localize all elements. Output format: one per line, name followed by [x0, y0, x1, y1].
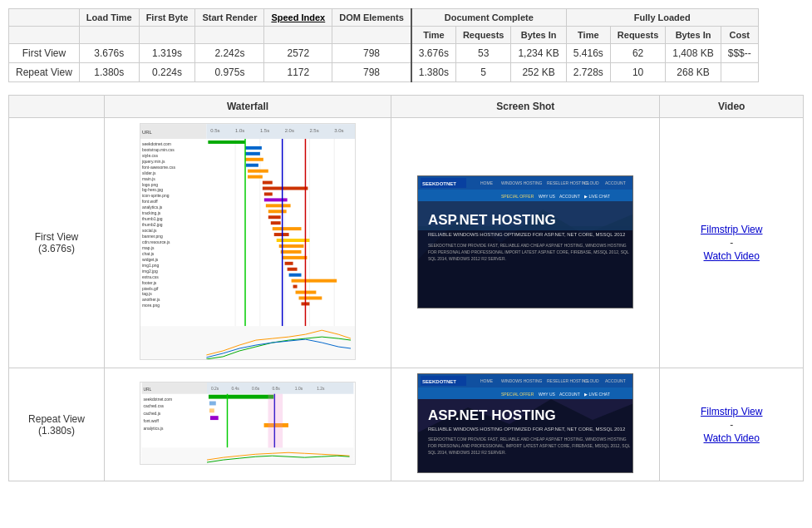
first-view-time: (3.676s)	[38, 243, 75, 254]
svg-text:icon-sprite.png: icon-sprite.png	[142, 194, 170, 198]
svg-text:▶ LIVE CHAT: ▶ LIVE CHAT	[584, 392, 610, 397]
svg-rect-70	[299, 296, 322, 299]
svg-rect-26	[248, 170, 268, 173]
fl-cost-subheader: Cost	[721, 27, 758, 44]
svg-rect-101	[207, 382, 353, 394]
svg-rect-48	[274, 233, 289, 236]
svg-text:0.6s: 0.6s	[252, 387, 260, 391]
fv-doc-time: 3.676s	[411, 44, 456, 63]
first-view-video-separator: -	[668, 237, 795, 249]
svg-rect-38	[266, 204, 291, 207]
dom-elements-header: DOM Elements	[332, 9, 411, 27]
svg-text:RESELLER HOSTING: RESELLER HOSTING	[547, 180, 588, 185]
fv-fl-requests: 62	[610, 44, 666, 63]
repeat-view-results-label: Repeat View (1.380s)	[9, 368, 105, 481]
svg-text:main.js: main.js	[142, 177, 155, 181]
svg-rect-123	[268, 394, 283, 448]
svg-text:extra.css: extra.css	[142, 275, 159, 279]
svg-text:cached.js: cached.js	[144, 412, 161, 416]
svg-rect-40	[268, 210, 287, 213]
svg-rect-64	[292, 279, 337, 283]
load-time-header: Load Time	[79, 9, 139, 27]
svg-rect-42	[268, 215, 281, 219]
svg-text:RELIABLE WINDOWS HOSTING OPTIM: RELIABLE WINDOWS HOSTING OPTIMIZED FOR A…	[428, 427, 626, 432]
svg-text:SEEKDOTNET: SEEKDOTNET	[422, 379, 456, 384]
rv-fl-requests: 10	[610, 63, 666, 82]
speed-index-link[interactable]: Speed Index	[271, 12, 325, 22]
svg-text:CLOUD: CLOUD	[584, 378, 599, 383]
svg-rect-24	[246, 164, 258, 167]
waterfall-svg-2: URL 0.2s 0.4s 0.6s 0.8s 1.0s 1.2s seekdo…	[140, 382, 355, 464]
first-view-screenshot: SEEKDOTNET HOME WINDOWS HOSTING RESELLER…	[417, 175, 633, 308]
repeat-view-watch-video-link[interactable]: Watch Video	[668, 432, 795, 444]
svg-text:2.5s: 2.5s	[310, 128, 319, 133]
first-view-filmstrip-link[interactable]: Filmstrip View	[668, 224, 795, 235]
svg-text:SQL 2014, WINDOWS 2012 R2 SERV: SQL 2014, WINDOWS 2012 R2 SERVER.	[428, 256, 506, 261]
svg-text:1.0s: 1.0s	[235, 128, 244, 133]
stats-table-wrapper: Load Time First Byte Start Render Speed …	[8, 8, 804, 82]
first-view-waterfall[interactable]: URL 0.5s 1.0s 1.5s 2.0s 2.5s 3.0s	[140, 123, 356, 360]
rv-load-time: 1.380s	[79, 63, 139, 82]
repeat-view-video-separator: -	[668, 419, 795, 431]
svg-text:font-awesome.css: font-awesome.css	[142, 165, 175, 170]
first-view-watch-video-link[interactable]: Watch Video	[668, 250, 795, 262]
svg-text:0.8s: 0.8s	[272, 387, 280, 391]
svg-text:WINDOWS HOSTING: WINDOWS HOSTING	[501, 378, 543, 383]
svg-text:analytics.js: analytics.js	[142, 205, 163, 210]
svg-text:img1.png: img1.png	[142, 264, 160, 268]
svg-rect-16	[208, 141, 245, 144]
first-view-waterfall-cell: URL 0.5s 1.0s 1.5s 2.0s 2.5s 3.0s	[105, 118, 391, 368]
screenshot-header: Screen Shot	[391, 96, 660, 118]
svg-text:1.2s: 1.2s	[317, 387, 325, 391]
rv-start-render: 0.975s	[195, 63, 264, 82]
svg-text:3.0s: 3.0s	[334, 128, 343, 133]
screenshot-svg-1: SEEKDOTNET HOME WINDOWS HOSTING RESELLER…	[418, 176, 633, 308]
svg-rect-18	[245, 146, 262, 150]
rv-dom-elements: 798	[332, 63, 411, 82]
svg-text:thumb2.jpg: thumb2.jpg	[142, 223, 163, 227]
svg-text:RESELLER HOSTING: RESELLER HOSTING	[547, 378, 588, 383]
empty-header	[9, 9, 80, 27]
svg-text:chat.js: chat.js	[142, 252, 155, 256]
svg-text:footer.js: footer.js	[142, 281, 157, 285]
svg-text:ACCOUNT: ACCOUNT	[559, 194, 580, 199]
svg-text:ASP.NET HOSTING: ASP.NET HOSTING	[428, 407, 556, 423]
fl-bytes-subheader: Bytes In	[666, 27, 721, 44]
repeat-view-row: Repeat View 1.380s 0.224s 0.975s 1172 79…	[9, 63, 759, 82]
doc-bytes-subheader: Bytes In	[511, 27, 566, 44]
svg-text:0.5s: 0.5s	[210, 128, 219, 133]
first-view-results-row: First View (3.676s) URL 0.5s	[9, 118, 804, 368]
rv-fl-time: 2.728s	[566, 63, 610, 82]
svg-text:cdn.resource.js: cdn.resource.js	[142, 240, 170, 244]
svg-rect-36	[264, 198, 288, 201]
svg-text:style.css: style.css	[142, 154, 159, 158]
svg-text:pixels.gif: pixels.gif	[142, 287, 159, 291]
fl-requests-subheader: Requests	[610, 27, 666, 44]
rv-doc-requests: 5	[455, 63, 511, 82]
rv-doc-time: 1.380s	[411, 63, 456, 82]
svg-text:jquery.min.js: jquery.min.js	[141, 160, 165, 164]
waterfall-header: Waterfall	[105, 96, 391, 118]
svg-rect-116	[210, 416, 219, 420]
svg-rect-66	[293, 285, 298, 289]
svg-text:seekdotnet.com: seekdotnet.com	[142, 142, 171, 146]
repeat-view-screenshot: SEEKDOTNET HOME WINDOWS HOSTING RESELLER…	[417, 373, 633, 473]
svg-text:ASP.NET HOSTING: ASP.NET HOSTING	[428, 212, 556, 228]
repeat-view-filmstrip-link[interactable]: Filmstrip View	[668, 406, 795, 417]
svg-text:2.0s: 2.0s	[285, 128, 294, 133]
repeat-view-waterfall[interactable]: URL 0.2s 0.4s 0.6s 0.8s 1.0s 1.2s seekdo…	[140, 382, 356, 465]
svg-text:1.0s: 1.0s	[295, 387, 303, 391]
rv-fl-bytes: 268 KB	[666, 63, 721, 82]
svg-rect-30	[263, 181, 273, 185]
svg-text:HOME: HOME	[480, 378, 494, 383]
svg-rect-100	[142, 382, 207, 394]
svg-text:SPECIAL OFFER: SPECIAL OFFER	[501, 392, 534, 397]
results-empty-header	[9, 96, 105, 118]
rv-first-byte: 0.224s	[139, 63, 195, 82]
svg-text:WHY US: WHY US	[539, 392, 556, 397]
svg-rect-122	[142, 447, 354, 464]
fv-speed-index: 2572	[264, 44, 332, 63]
svg-text:tracking.js: tracking.js	[142, 211, 161, 215]
fl-time-subheader: Time	[566, 27, 610, 44]
svg-text:SEEKDOTNET.COM PROVIDE FAST, R: SEEKDOTNET.COM PROVIDE FAST, RELIABLE AN…	[428, 243, 627, 248]
